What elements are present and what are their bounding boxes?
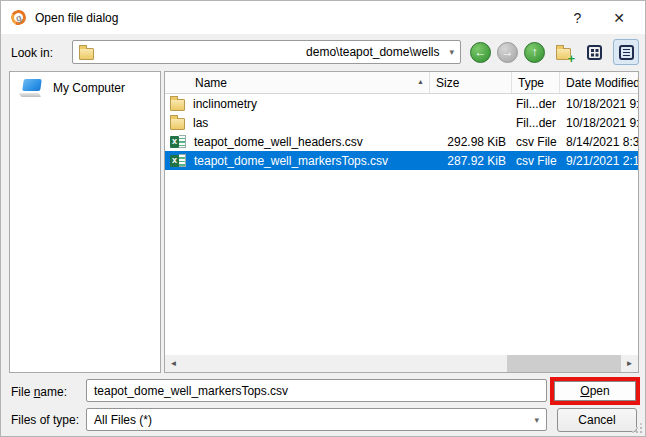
file-list: Name ▲ Size Type Date Modified inclinome… [164,71,639,373]
scroll-left-icon[interactable]: ◄ [165,355,182,372]
resize-grip[interactable] [632,423,642,433]
folder-icon [79,48,94,60]
places-sidebar: My Computer [9,71,161,373]
file-name-label: File name: [11,385,67,399]
chevron-down-icon: ▾ [524,415,539,425]
plus-icon: + [567,52,575,65]
files-of-type-combobox[interactable]: All Files (*) ▾ [86,408,547,431]
annotation-highlight: Open [550,377,640,405]
file-size: 292.98 KiB [430,132,512,151]
column-header-name[interactable]: Name ▲ [165,72,430,93]
cancel-button[interactable]: Cancel [557,408,637,432]
horizontal-scrollbar[interactable]: ◄ ► [165,355,638,372]
file-type: csv File [512,132,560,151]
current-path: demo\teapot_dome\wells [306,45,439,59]
file-date: 9/21/2021 2:1 [560,151,638,170]
window-title: Open file dialog [35,11,118,25]
scrollbar-track[interactable] [182,355,621,372]
table-row[interactable]: x teapot_dome_well_headers.csv 292.98 Ki… [165,132,638,151]
files-of-type-label: Files of type: [11,413,79,427]
file-name: inclinometry [193,97,257,111]
up-button[interactable]: ↑ [524,42,545,63]
file-name-value: teapot_dome_well_markersTops.csv [94,384,288,398]
file-name: las [193,116,208,130]
file-type: Fil...der [512,113,560,132]
titlebar-buttons: ? ✕ [573,11,635,25]
app-logo-icon: g [9,8,28,27]
table-row[interactable]: las Fil...der 10/18/2021 9: [165,113,638,132]
navigation-toolbar: ← → ↑ + [470,39,639,65]
list-header: Name ▲ Size Type Date Modified [165,72,638,94]
file-name: teapot_dome_well_markersTops.csv [194,154,388,168]
scrollbar-thumb[interactable] [507,355,621,372]
file-date: 8/14/2021 8:3 [560,132,638,151]
new-folder-button[interactable]: + [551,40,575,64]
help-button[interactable]: ? [573,11,581,25]
column-label: Date Modified [566,76,638,90]
detail-view-button[interactable] [613,39,639,65]
column-header-type[interactable]: Type [512,72,560,93]
title-bar[interactable]: g Open file dialog ? ✕ [1,1,645,34]
table-row-selected[interactable]: x teapot_dome_well_markersTops.csv 287.9… [165,151,638,170]
csv-file-icon: x [170,135,186,149]
table-row[interactable]: inclinometry Fil...der 10/18/2021 9: [165,94,638,113]
folder-icon [170,99,185,111]
open-file-dialog: g Open file dialog ? ✕ Look in: demo\tea… [0,0,646,437]
file-type: Fil...der [512,94,560,113]
file-size [430,113,512,132]
column-header-size[interactable]: Size [430,72,512,93]
chevron-down-icon: ▾ [439,47,454,57]
list-view-button[interactable] [581,39,607,65]
file-name-input[interactable]: teapot_dome_well_markersTops.csv [86,379,547,402]
file-name: teapot_dome_well_headers.csv [194,135,363,149]
forward-button[interactable]: → [497,42,518,63]
look-in-label: Look in: [11,46,53,60]
files-of-type-value: All Files (*) [94,413,152,427]
back-button[interactable]: ← [470,42,491,63]
file-size: 287.92 KiB [430,151,512,170]
look-in-combobox[interactable]: demo\teapot_dome\wells ▾ [72,40,461,64]
sidebar-item-my-computer[interactable]: My Computer [10,72,160,97]
csv-file-icon: x [170,154,186,168]
column-header-date-modified[interactable]: Date Modified [560,72,638,93]
column-label: Name [195,76,227,90]
folder-icon [170,118,185,130]
column-label: Size [436,76,459,90]
list-view-icon [587,45,602,60]
file-date: 10/18/2021 9: [560,113,638,132]
file-type: csv File [512,151,560,170]
scroll-right-icon[interactable]: ► [621,355,638,372]
open-button[interactable]: Open [554,381,636,401]
computer-icon [20,79,44,97]
sidebar-item-label: My Computer [53,81,125,95]
file-size [430,94,512,113]
file-date: 10/18/2021 9: [560,94,638,113]
detail-view-icon [619,45,634,60]
column-label: Type [518,76,544,90]
close-button[interactable]: ✕ [613,11,625,25]
sort-ascending-icon: ▲ [417,78,424,85]
